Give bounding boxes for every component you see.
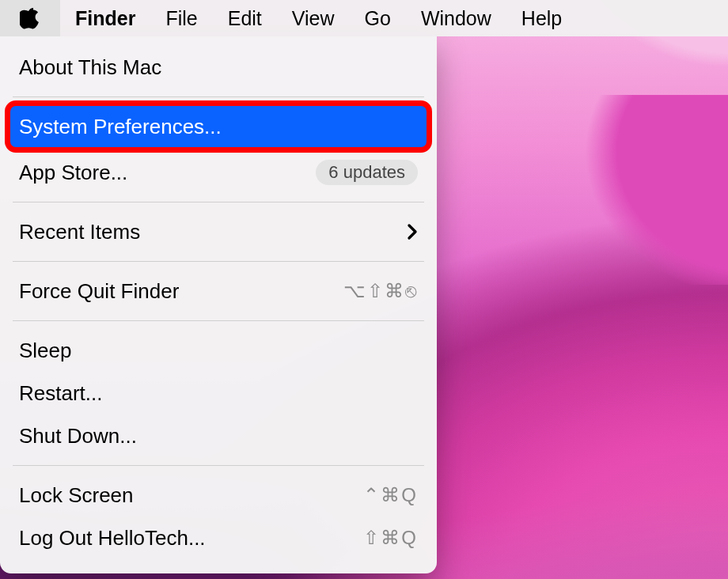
keyboard-shortcut: ⌥⇧⌘⎋	[343, 280, 418, 302]
menu-item-restart[interactable]: Restart...	[0, 372, 437, 414]
menu-item-label: Restart...	[19, 381, 102, 406]
menu-item-sleep[interactable]: Sleep	[0, 329, 437, 372]
menu-item-system-preferences[interactable]: System Preferences...	[0, 105, 437, 148]
menu-item-label: System Preferences...	[19, 115, 222, 139]
menubar-item-window[interactable]: Window	[406, 0, 506, 36]
menu-item-label: App Store...	[19, 161, 127, 185]
menu-separator	[13, 96, 424, 97]
menu-separator	[13, 202, 424, 202]
menu-item-log-out[interactable]: Log Out HelloTech... ⇧⌘Q	[0, 517, 437, 559]
menu-item-label: Lock Screen	[19, 483, 134, 508]
updates-badge: 6 updates	[316, 160, 418, 185]
menu-item-about-this-mac[interactable]: About This Mac	[0, 46, 437, 89]
menu-item-label: Shut Down...	[19, 424, 137, 448]
menubar-item-file[interactable]: File	[150, 0, 212, 36]
menu-separator	[13, 320, 424, 321]
keyboard-shortcut: ⌃⌘Q	[363, 484, 418, 506]
menubar-item-finder[interactable]: Finder	[60, 0, 150, 36]
menubar-item-help[interactable]: Help	[506, 0, 577, 36]
apple-menu-dropdown: About This Mac System Preferences... App…	[0, 36, 437, 573]
menu-item-label: Sleep	[19, 339, 72, 363]
menubar-item-go[interactable]: Go	[350, 0, 406, 36]
menubar-item-view[interactable]: View	[277, 0, 350, 36]
keyboard-shortcut: ⇧⌘Q	[363, 527, 418, 549]
menu-item-recent-items[interactable]: Recent Items	[0, 210, 437, 253]
menu-item-label: Recent Items	[19, 220, 140, 244]
menu-item-app-store[interactable]: App Store... 6 updates	[0, 151, 437, 194]
menu-item-label: Log Out HelloTech...	[19, 526, 206, 551]
menu-item-force-quit[interactable]: Force Quit Finder ⌥⇧⌘⎋	[0, 270, 437, 312]
apple-menu-button[interactable]	[0, 0, 60, 36]
menubar: Finder File Edit View Go Window Help	[0, 0, 728, 36]
menu-item-lock-screen[interactable]: Lock Screen ⌃⌘Q	[0, 474, 437, 517]
menu-separator	[13, 261, 424, 262]
menu-item-label: Force Quit Finder	[19, 279, 179, 304]
menu-item-label: About This Mac	[19, 55, 161, 80]
menu-separator	[13, 465, 424, 466]
chevron-right-icon	[407, 223, 418, 240]
menubar-item-edit[interactable]: Edit	[213, 0, 277, 36]
apple-logo-icon	[20, 6, 40, 30]
menu-item-shut-down[interactable]: Shut Down...	[0, 414, 437, 457]
